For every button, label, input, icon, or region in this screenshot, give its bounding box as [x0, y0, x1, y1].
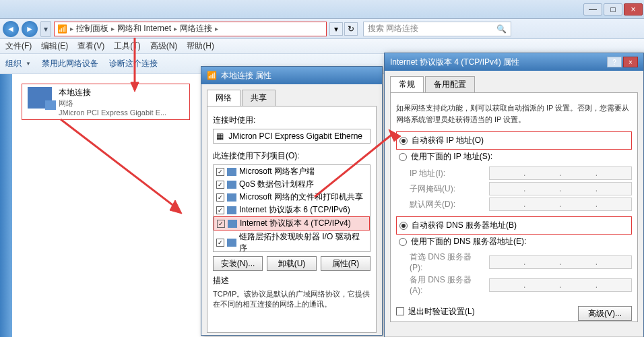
chevron-right-icon: ▸ [70, 25, 73, 32]
list-item[interactable]: ✓链路层拓扑发现映射器 I/O 驱动程序 [214, 231, 370, 252]
menu-file[interactable]: 文件(F) [5, 40, 32, 52]
close-button[interactable]: × [623, 57, 638, 67]
dns-preferred-label: 首选 DNS 服务器(P): [410, 251, 484, 272]
dns-alt-label: 备用 DNS 服务器(A): [410, 274, 484, 295]
tab-strip: 常规 备用配置 [390, 76, 638, 93]
dns-alt-input: ... [489, 278, 632, 292]
uninstall-button[interactable]: 卸载(U) [267, 256, 317, 271]
help-button[interactable]: ? [607, 57, 622, 67]
driver-icon [227, 239, 236, 247]
list-item[interactable]: ✓Microsoft 网络的文件和打印机共享 [214, 191, 370, 204]
menu-help[interactable]: 帮助(H) [187, 40, 214, 52]
minimize-button[interactable]: — [583, 3, 602, 16]
menu-edit[interactable]: 编辑(E) [41, 40, 68, 52]
checkbox-icon[interactable]: ✓ [216, 181, 224, 189]
tab-sharing[interactable]: 共享 [242, 90, 276, 106]
radio-ip-manual[interactable]: 使用下面的 IP 地址(S): [396, 150, 632, 164]
connection-text: 本地连接 网络 JMicron PCI Express Gigabit E... [59, 87, 166, 117]
connection-status: 网络 [59, 98, 166, 109]
adapter-combo[interactable]: ▦ JMicron PCI Express Gigabit Etherne [213, 129, 371, 144]
tab-panel: 连接时使用: ▦ JMicron PCI Express Gigabit Eth… [207, 106, 377, 333]
checkbox-icon[interactable] [396, 307, 404, 315]
validate-checkbox-row[interactable]: 退出时验证设置(L) 高级(V)... [396, 302, 632, 321]
connection-name: 本地连接 [59, 87, 166, 98]
search-placeholder: 搜索 网络连接 [368, 23, 418, 34]
properties-button[interactable]: 属性(R) [321, 256, 371, 271]
window-titlebar: — □ × [0, 0, 644, 19]
nic-icon: ▦ [216, 131, 224, 141]
install-button[interactable]: 安装(N)... [213, 256, 263, 271]
radio-ip-auto[interactable]: 自动获得 IP 地址(O) [397, 133, 631, 148]
breadcrumb-item[interactable]: 控制面板 [76, 23, 108, 34]
close-button[interactable]: × [624, 3, 643, 16]
protocol-list[interactable]: ✓Microsoft 网络客户端 ✓QoS 数据包计划程序 ✓Microsoft… [213, 164, 371, 252]
checkbox-icon[interactable]: ✓ [217, 220, 225, 228]
forward-button[interactable]: ► [22, 21, 38, 37]
maximize-button[interactable]: □ [604, 3, 622, 16]
tab-strip: 网络 共享 [207, 90, 377, 106]
radio-label: 使用下面的 DNS 服务器地址(E): [411, 236, 526, 247]
diagnose-button[interactable]: 诊断这个连接 [109, 58, 158, 69]
radio-dns-auto[interactable]: 自动获得 DNS 服务器地址(B) [397, 218, 631, 233]
ip-address-label: IP 地址(I): [410, 168, 484, 179]
items-label: 此连接使用下列项目(O): [213, 150, 371, 162]
menu-view[interactable]: 查看(V) [77, 40, 104, 52]
dialog-title: 本地连接 属性 [221, 70, 271, 82]
search-input[interactable]: 搜索 网络连接 🔍 [363, 22, 511, 36]
service-icon [227, 193, 236, 202]
list-item[interactable]: ✓Microsoft 网络客户端 [214, 165, 370, 178]
connection-item[interactable]: 本地连接 网络 JMicron PCI Express Gigabit E... [22, 84, 190, 120]
network-adapter-icon [28, 87, 52, 109]
checkbox-icon[interactable]: ✓ [216, 168, 224, 176]
back-button[interactable]: ◄ [3, 21, 19, 37]
list-item-selected[interactable]: ✓Internet 协议版本 4 (TCP/IPv4) [214, 216, 370, 231]
protocol-icon [228, 220, 237, 228]
radio-label: 自动获得 DNS 服务器地址(B) [412, 220, 517, 231]
menu-advanced[interactable]: 高级(N) [150, 40, 178, 52]
tab-general[interactable]: 常规 [390, 76, 424, 92]
list-item-label: 链路层拓扑发现映射器 I/O 驱动程序 [239, 231, 367, 252]
breadcrumb[interactable]: 📶 ▸ 控制面板 ▸ 网络和 Internet ▸ 网络连接 ▸ [54, 22, 327, 36]
gateway-input: ... [489, 197, 632, 211]
description-label: 描述 [213, 275, 371, 286]
refresh-button[interactable]: ↻ [344, 22, 358, 36]
radio-icon [399, 238, 407, 246]
breadcrumb-item[interactable]: 网络连接 [180, 23, 212, 34]
info-text: 如果网络支持此功能，则可以获取自动指派的 IP 设置。否则，您需要从网络系统管理… [396, 102, 632, 125]
addr-dropdown[interactable]: ▾ [329, 22, 343, 36]
search-icon: 🔍 [496, 24, 507, 34]
left-edge-strip [0, 74, 12, 337]
tab-alternate[interactable]: 备用配置 [425, 76, 475, 92]
tab-panel: 如果网络支持此功能，则可以获取自动指派的 IP 设置。否则，您需要从网络系统管理… [390, 93, 638, 322]
checkbox-icon[interactable]: ✓ [216, 239, 224, 247]
dialog-titlebar[interactable]: Internet 协议版本 4 (TCP/IPv4) 属性 ? × [385, 53, 643, 71]
connection-adapter: JMicron PCI Express Gigabit E... [59, 109, 166, 117]
dialog-titlebar[interactable]: 📶 本地连接 属性 [201, 67, 382, 84]
checkbox-icon[interactable]: ✓ [216, 206, 224, 214]
menu-tools[interactable]: 工具(T) [114, 40, 140, 52]
list-item[interactable]: ✓Internet 协议版本 6 (TCP/IPv6) [214, 204, 370, 216]
protocol-icon [227, 206, 236, 214]
tab-network[interactable]: 网络 [207, 90, 240, 106]
dns-preferred-input: ... [489, 255, 632, 269]
checkbox-icon[interactable]: ✓ [216, 193, 224, 202]
breadcrumb-item[interactable]: 网络和 Internet [117, 23, 171, 34]
nav-dropdown[interactable]: ▾ [40, 21, 51, 37]
ipv4-properties-dialog: Internet 协议版本 4 (TCP/IPv4) 属性 ? × 常规 备用配… [384, 53, 644, 337]
advanced-button[interactable]: 高级(V)... [578, 306, 632, 321]
ip-auto-group: 自动获得 IP 地址(O) [396, 131, 632, 150]
chevron-right-icon: ▸ [215, 25, 218, 32]
radio-icon [399, 222, 408, 230]
list-item[interactable]: ✓QoS 数据包计划程序 [214, 178, 370, 191]
organize-menu[interactable]: 组织 [5, 58, 31, 69]
radio-label: 使用下面的 IP 地址(S): [411, 151, 492, 162]
list-item-label: Microsoft 网络客户端 [239, 166, 315, 177]
dns-auto-group: 自动获得 DNS 服务器地址(B) [396, 216, 632, 235]
radio-dns-manual[interactable]: 使用下面的 DNS 服务器地址(E): [396, 235, 632, 249]
subnet-label: 子网掩码(U): [410, 183, 484, 195]
disable-device-button[interactable]: 禁用此网络设备 [42, 58, 98, 69]
adapter-name: JMicron PCI Express Gigabit Etherne [228, 131, 362, 141]
dialog-title: Internet 协议版本 4 (TCP/IPv4) 属性 [390, 57, 519, 68]
list-item-label: Internet 协议版本 6 (TCP/IPv6) [239, 204, 350, 216]
gateway-label: 默认网关(D): [410, 199, 484, 210]
